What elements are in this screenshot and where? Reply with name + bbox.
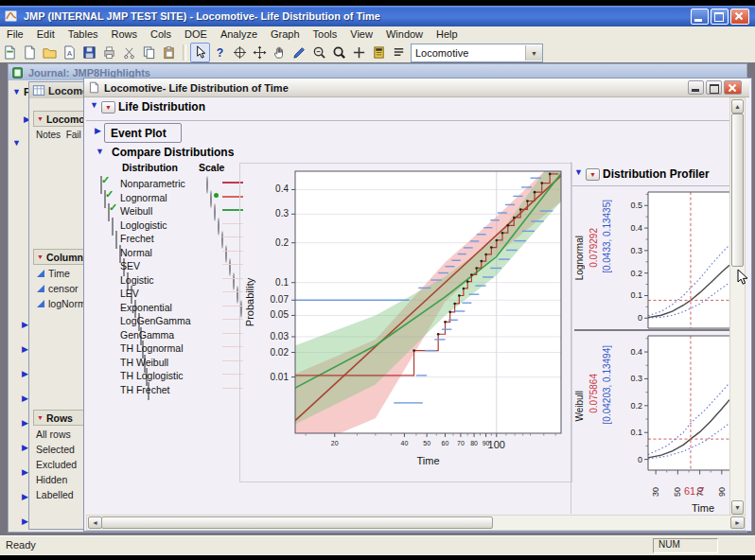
close-button[interactable] <box>730 9 749 25</box>
menu-tables[interactable]: Tables <box>61 27 105 41</box>
scale-radio-weibull[interactable] <box>214 203 216 221</box>
plus-tool-button[interactable] <box>349 43 369 62</box>
scale-radio-loglogistic[interactable] <box>218 218 219 236</box>
menu-edit[interactable]: Edit <box>30 27 61 41</box>
menu-graph[interactable]: Graph <box>264 27 307 41</box>
scale-radio-lev[interactable] <box>237 286 238 304</box>
new-journal-button[interactable] <box>0 43 20 62</box>
paste-button[interactable] <box>159 43 179 62</box>
event-plot-disclosure-icon[interactable]: ▶ <box>95 127 101 135</box>
report-vertical-scrollbar[interactable]: ▲ ▼ <box>729 97 746 516</box>
svg-text:30: 30 <box>651 487 660 497</box>
crosshair-tool-button[interactable] <box>230 43 250 62</box>
red-triangle-icon[interactable]: ▼ <box>37 115 44 122</box>
compare-distributions-disclosure-icon[interactable]: ▼ <box>96 148 104 156</box>
combobox-dropdown-button[interactable]: ▼ <box>525 45 542 61</box>
report-maximize-button[interactable] <box>706 80 722 95</box>
menu-file[interactable]: File <box>0 27 30 41</box>
report-close-button[interactable] <box>724 80 742 95</box>
journal-outline-node[interactable]: ▶ <box>22 493 28 501</box>
distribution-checkbox-loglogistic[interactable] <box>112 218 114 236</box>
svg-text:90: 90 <box>717 487 727 497</box>
scroll-up-button[interactable]: ▲ <box>731 99 744 114</box>
scale-radio-logistic[interactable] <box>233 272 235 290</box>
cut-button[interactable] <box>119 43 139 62</box>
profiler-lognormal-plot[interactable]: 00.10.20.30.40.5 <box>614 186 729 334</box>
scale-radio-lognormal[interactable] <box>210 190 212 208</box>
help-tool-button[interactable]: ? <box>210 43 230 62</box>
journal-outline-node[interactable]: ▶ <box>22 517 28 526</box>
journal-outline-node[interactable]: ▼ <box>12 88 21 96</box>
horizontal-scroll-thumb[interactable] <box>101 516 493 529</box>
maximize-button[interactable] <box>711 9 729 25</box>
red-triangle-icon[interactable]: ▼ <box>37 254 44 260</box>
scale-radio-frechet[interactable] <box>221 231 223 249</box>
zoom-out-tool-button[interactable] <box>309 43 329 62</box>
rows-panel-item[interactable]: Excluded <box>36 459 77 470</box>
menu-analyze[interactable]: Analyze <box>214 27 264 41</box>
open-button[interactable] <box>40 43 60 62</box>
journal-outline-node[interactable]: ▶ <box>22 345 28 354</box>
distribution-checkbox-nonparametric[interactable] <box>100 176 102 194</box>
save-button[interactable] <box>79 43 99 62</box>
move-tool-button[interactable] <box>250 43 270 62</box>
report-horizontal-scrollbar[interactable]: ◄ ► <box>86 515 746 531</box>
scale-radio-sev[interactable] <box>229 258 231 276</box>
report-title-bar[interactable]: Locomotive- Life Distribution of Time <box>84 79 749 97</box>
life-distribution-disclosure-icon[interactable]: ▼ <box>90 101 98 110</box>
distribution-checkbox-weibull[interactable] <box>108 203 110 221</box>
svg-text:50: 50 <box>423 440 430 446</box>
journal-outline-node[interactable]: ▶ <box>22 468 28 477</box>
rows-panel-item[interactable]: Hidden <box>36 474 67 485</box>
grabber-tool-button[interactable] <box>270 43 290 62</box>
arrow-tool-button[interactable] <box>190 43 210 62</box>
print-button[interactable] <box>99 43 119 62</box>
journal-outline-node[interactable]: ▶ <box>22 419 28 428</box>
journal-outline-node[interactable]: ▶ <box>22 321 28 329</box>
zoom-tool-button[interactable] <box>329 43 349 62</box>
probability-plot[interactable]: 0.010.020.030.050.070.10.20.30.420405060… <box>240 164 568 480</box>
scroll-right-button[interactable]: ► <box>730 516 745 529</box>
annotate-tool-button[interactable] <box>389 43 409 62</box>
vertical-scroll-thumb[interactable] <box>731 114 744 267</box>
distribution-profiler-disclosure-icon[interactable]: ▼ <box>574 168 583 177</box>
minimize-button[interactable] <box>691 9 709 25</box>
menu-doe[interactable]: DOE <box>178 27 214 41</box>
menu-help[interactable]: Help <box>430 27 465 41</box>
column-item[interactable]: censor <box>37 283 79 294</box>
distribution-checkbox-lognormal[interactable] <box>104 190 106 208</box>
journal-outline-node[interactable]: ▶ <box>22 370 28 378</box>
brush-tool-button[interactable] <box>290 43 309 62</box>
life-distribution-red-triangle-button[interactable]: ▼ <box>101 101 115 114</box>
journal-outline-node[interactable]: ▼ <box>12 139 21 148</box>
profiler-weibull-plot[interactable]: 00.10.20.30.430507090 <box>614 332 729 504</box>
menu-window[interactable]: Window <box>379 27 430 41</box>
rows-panel-item[interactable]: All rows <box>36 429 71 440</box>
rows-panel-item[interactable]: Labelled <box>36 489 74 500</box>
journal-outline-node[interactable]: ▶ <box>22 444 28 452</box>
section-distribution-profiler: Distribution Profiler <box>603 167 710 181</box>
report-minimize-button[interactable] <box>688 80 704 95</box>
journal-outline-node[interactable]: ▶ <box>22 394 28 403</box>
formula-tool-button[interactable] <box>369 43 389 62</box>
copy-button[interactable] <box>139 43 159 62</box>
column-item[interactable]: logNorm <box>37 298 86 309</box>
new-data-table-button[interactable] <box>20 43 40 62</box>
scroll-down-button[interactable]: ▼ <box>731 500 744 515</box>
scroll-left-button[interactable]: ◄ <box>88 516 102 529</box>
menu-rows[interactable]: Rows <box>105 27 145 41</box>
column-item[interactable]: Time <box>37 268 70 279</box>
open-script-button[interactable]: A <box>60 43 79 62</box>
scale-radio-nonparametric[interactable] <box>206 176 208 194</box>
menu-tools[interactable]: Tools <box>307 27 344 41</box>
distribution-profiler-red-triangle-button[interactable]: ▼ <box>586 168 600 181</box>
scale-radio-normal[interactable] <box>225 245 227 263</box>
event-plot-box[interactable]: Event Plot <box>104 123 182 143</box>
table-selector-combobox[interactable]: Locomotive ▼ <box>411 44 543 62</box>
menu-view[interactable]: View <box>343 27 379 41</box>
distribution-checkbox-frechet[interactable] <box>115 231 117 249</box>
brush-icon <box>292 45 307 60</box>
rows-panel-item[interactable]: Selected <box>36 444 75 455</box>
red-triangle-icon[interactable]: ▼ <box>37 414 44 421</box>
menu-cols[interactable]: Cols <box>144 27 178 41</box>
